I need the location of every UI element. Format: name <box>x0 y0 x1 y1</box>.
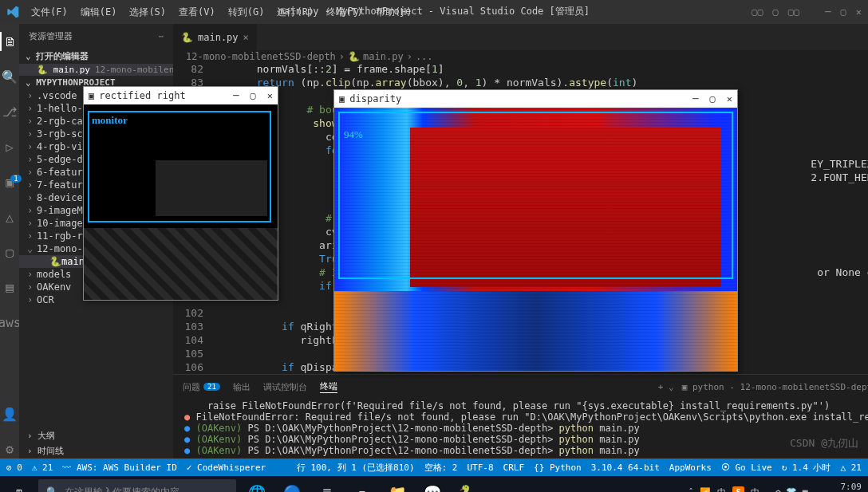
close-icon[interactable]: ✕ <box>267 90 273 101</box>
tab-output[interactable]: 输出 <box>233 381 251 393</box>
sidebar-header: 资源管理器 ⋯ <box>19 24 173 49</box>
breadcrumb-item[interactable]: 12-mono-mobilenetSSD-depth <box>186 51 336 62</box>
minimize-button[interactable]: ─ <box>825 6 831 18</box>
explorer-app-icon[interactable]: 📁 <box>381 476 413 492</box>
ime-icon[interactable]: 中 <box>717 486 726 493</box>
disparity-window[interactable]: ▣ disparity ─▢✕ 94% <box>333 89 738 372</box>
menu-goto[interactable]: 转到(G) <box>223 3 270 22</box>
more-icon[interactable]: ⋯ <box>158 31 164 41</box>
close-tab-icon[interactable]: × <box>243 32 249 43</box>
debug-icon[interactable]: ▷ <box>0 137 19 156</box>
outline-section[interactable]: › 大纲 <box>19 428 173 443</box>
python-icon[interactable]: 🐍 <box>452 476 483 492</box>
maximize-icon[interactable]: ▢ <box>251 90 256 101</box>
window-title: main.py - MyPythonProject - Visual Studi… <box>278 5 590 18</box>
bookmark-icon[interactable]: ▢ <box>0 242 19 262</box>
status-item[interactable]: △ 21 <box>841 462 862 473</box>
status-item[interactable]: UTF-8 <box>467 462 493 473</box>
status-item[interactable]: CRLF <box>503 462 525 473</box>
vscode-icon[interactable]: ≡ <box>311 476 343 492</box>
status-item[interactable]: ⚠ 21 <box>32 462 53 473</box>
wifi-icon[interactable]: 📶 <box>700 487 711 493</box>
taskbar-apps: 🌐 🔵 ≡ ▪ 📁 💬 🐍 <box>241 476 483 492</box>
rectified-right-window[interactable]: ▣ rectified right ─▢✕ monitor <box>83 86 278 301</box>
layout-icon[interactable]: ▢▢ <box>788 6 799 18</box>
tab-problems[interactable]: 问题21 <box>183 381 220 393</box>
status-item[interactable]: AppWorks <box>669 462 712 473</box>
maximize-icon[interactable]: ▢ <box>710 93 716 104</box>
close-icon[interactable]: ✕ <box>727 93 732 104</box>
status-item[interactable]: {} Python <box>534 462 582 473</box>
open-editor-label: main.py <box>53 65 90 75</box>
wechat-icon[interactable]: 💬 <box>416 476 448 492</box>
python-file-icon: 🐍 <box>181 32 193 43</box>
timeline-section[interactable]: › 时间线 <box>19 443 173 459</box>
clock[interactable]: 7:092023-6-29 <box>814 482 862 492</box>
status-item[interactable]: ↻ 1.4 小时 <box>782 462 831 474</box>
activity-bar: 🗎 🔍 ⎇ ▷ ▣1 △ ▢ ▤ aws 👤 ⚙ <box>0 24 19 459</box>
titlebar-controls: ▢▢ ▢ ▢▢ ─ ▢ ✕ <box>752 6 862 18</box>
aws-icon[interactable]: aws <box>0 313 19 332</box>
panel-tabs: 问题21 输出 调试控制台 终端 + ⌄ ▣ python - 12-mono-… <box>173 375 868 399</box>
account-icon[interactable]: 👤 <box>0 404 19 423</box>
layout-icon[interactable]: ▢▢ <box>752 6 763 18</box>
edge-icon[interactable]: 🔵 <box>276 476 308 492</box>
open-editor-item[interactable]: 🐍 main.py 12-mono-mobilenetSSD-de... <box>19 64 173 76</box>
tab-debug[interactable]: 调试控制台 <box>263 381 307 393</box>
vscode-logo-icon <box>6 6 19 18</box>
test-icon[interactable]: △ <box>0 207 19 226</box>
status-item[interactable]: 〰 AWS: AWS Builder ID <box>62 462 176 473</box>
open-editors-section[interactable]: ⌄ 打开的编辑器 <box>19 49 173 64</box>
confidence-label: 94% <box>344 128 363 141</box>
breadcrumb-item[interactable]: main.py <box>363 51 404 62</box>
minimize-icon[interactable]: ─ <box>692 93 698 104</box>
open-editor-path: 12-mono-mobilenetSSD-de... <box>95 65 173 75</box>
cv-titlebar[interactable]: ▣ rectified right ─▢✕ <box>84 87 278 104</box>
tray-icon[interactable]: 中 ☁ ⚙ 👕 ▦ <box>751 486 807 493</box>
status-bar: ⊘ 0 ⚠ 21 〰 AWS: AWS Builder ID ✓ CodeWhi… <box>0 459 868 476</box>
tab-label: main.py <box>198 32 239 43</box>
system-tray: ˆ 📶 中 S 中 ☁ ⚙ 👕 ▦ 7:092023-6-29 <box>688 482 868 492</box>
menu-select[interactable]: 选择(S) <box>124 3 172 22</box>
cv-titlebar[interactable]: ▣ disparity ─▢✕ <box>334 90 737 108</box>
docs-icon[interactable]: ▤ <box>0 277 19 297</box>
terminal-output[interactable]: raise FileNotFoundError(f'Required file/… <box>173 399 868 459</box>
python-file-icon: 🐍 <box>37 65 48 75</box>
status-item[interactable]: ⊘ 0 <box>6 462 22 473</box>
status-item[interactable]: ✓ CodeWhisperer <box>187 462 266 473</box>
status-item[interactable]: 行 100, 列 1 (已选择810) <box>297 462 415 474</box>
taskbar-search[interactable]: 🔍 在这里输入你要搜索的内容 <box>38 479 236 492</box>
status-item[interactable]: 3.10.4 64-bit <box>591 462 660 473</box>
chrome-icon[interactable]: 🌐 <box>241 476 273 492</box>
extensions-icon[interactable]: ▣1 <box>0 172 19 191</box>
tab-terminal[interactable]: 终端 <box>320 380 337 393</box>
sidebar-title: 资源管理器 <box>29 30 73 42</box>
menu-view[interactable]: 查看(V) <box>173 3 221 22</box>
rectified-right-image: monitor <box>84 104 278 300</box>
git-icon[interactable]: ⎇ <box>0 102 19 121</box>
breadcrumb[interactable]: 12-mono-mobilenetSSD-depth › 🐍 main.py ›… <box>173 50 868 62</box>
status-item[interactable]: 空格: 2 <box>424 462 458 474</box>
sogou-ime-icon[interactable]: S <box>732 486 744 493</box>
terminal-icon[interactable]: ▪ <box>346 476 378 492</box>
titlebar: 文件(F) 编辑(E) 选择(S) 查看(V) 转到(G) 运行(R) 终端(T… <box>0 0 868 24</box>
breadcrumb-item[interactable]: ... <box>416 51 433 62</box>
status-item[interactable]: ⦿ Go Live <box>721 462 772 473</box>
explorer-icon[interactable]: 🗎 <box>0 32 19 51</box>
gear-icon[interactable]: ⚙ <box>0 439 19 459</box>
tab-main-py[interactable]: 🐍 main.py × <box>173 24 258 50</box>
start-button[interactable]: ⊞ <box>0 476 38 492</box>
menu-edit[interactable]: 编辑(E) <box>75 3 123 22</box>
chevron-up-icon[interactable]: ˆ <box>688 487 694 493</box>
add-terminal-icon[interactable]: + ⌄ <box>658 382 674 392</box>
layout-icon[interactable]: ▢ <box>773 6 779 18</box>
window-title: disparity <box>349 93 401 104</box>
window-title: rectified right <box>99 90 185 101</box>
search-icon[interactable]: 🔍 <box>0 67 19 86</box>
terminal-dropdown[interactable]: ▣ python - 12-mono-mobilenetSSD-depth <box>682 382 868 392</box>
close-button[interactable]: ✕ <box>856 6 862 18</box>
maximize-button[interactable]: ▢ <box>841 6 846 18</box>
minimize-icon[interactable]: ─ <box>233 90 239 101</box>
panel: 问题21 输出 调试控制台 终端 + ⌄ ▣ python - 12-mono-… <box>173 374 868 459</box>
menu-file[interactable]: 文件(F) <box>26 3 73 22</box>
